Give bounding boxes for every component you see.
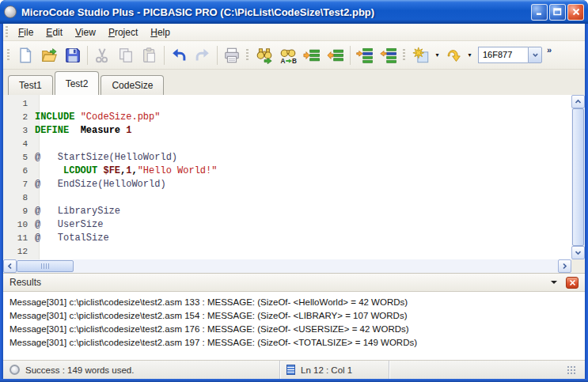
code-line[interactable]: 11@ TotalSize [3, 232, 571, 245]
code-line[interactable]: 1 [3, 97, 571, 111]
code-line[interactable]: 10@ UserSize [3, 218, 571, 232]
status-text: Success : 149 words used. [25, 365, 134, 375]
resize-grip[interactable] [566, 365, 576, 375]
cut-icon [93, 47, 111, 64]
code-editor[interactable]: 12INCLUDE "CodeSize.pbp"3DEFINE Measure … [3, 95, 585, 273]
open-file-icon [40, 47, 58, 64]
paste-button [138, 44, 161, 66]
find-replace-button[interactable]: AB [276, 44, 300, 66]
toolbar-grip[interactable] [246, 49, 248, 62]
line-number: 9 [3, 205, 35, 218]
minimize-button[interactable] [531, 4, 548, 21]
open-file-button[interactable] [37, 44, 61, 66]
code-line[interactable]: 5@ StartSize(HelloWorld) [3, 151, 571, 165]
previous-bookmark-button[interactable] [377, 44, 400, 66]
results-menu-button[interactable] [548, 281, 560, 284]
line-number: 10 [3, 218, 35, 232]
cursor-position-text: Ln 12 : Col 1 [301, 365, 352, 375]
code-line[interactable]: 2INCLUDE "CodeSize.pbp" [3, 111, 571, 124]
outdent-button[interactable] [324, 44, 347, 66]
toolbar-grip[interactable] [7, 49, 9, 62]
svg-text:B: B [292, 58, 297, 64]
cut-button [90, 44, 114, 66]
save-file-button[interactable] [61, 44, 85, 66]
compile-dropdown-arrow-icon[interactable]: ▾ [433, 51, 442, 59]
tab-test2[interactable]: Test2 [55, 71, 100, 95]
scroll-up-button[interactable] [571, 95, 585, 108]
tab-test1[interactable]: Test1 [8, 75, 53, 95]
new-file-button[interactable] [13, 44, 37, 66]
code-lines[interactable]: 12INCLUDE "CodeSize.pbp"3DEFINE Measure … [3, 97, 571, 259]
menu-item-edit[interactable]: Edit [40, 25, 69, 40]
code-text: @ UserSize [35, 218, 103, 232]
line-number: 1 [3, 97, 35, 111]
code-line[interactable]: 4 [3, 138, 571, 151]
tab-strip: Test1Test2CodeSize [8, 71, 165, 95]
tab-bar: Test1Test2CodeSize [3, 70, 585, 95]
next-bookmark-button[interactable] [353, 44, 377, 66]
line-number: 7 [3, 178, 35, 191]
code-line[interactable]: 3DEFINE Measure 1 [3, 124, 571, 138]
code-line[interactable]: 9@ LibrarySize [3, 205, 571, 218]
device-selector-dropdown-button[interactable] [528, 47, 542, 63]
toolbar-separator [350, 46, 351, 65]
title-bar[interactable]: MicroCode Studio Plus - PICBASIC PRO (C:… [0, 0, 588, 24]
horizontal-scroll-thumb[interactable] [17, 260, 74, 272]
scroll-left-button[interactable] [3, 259, 17, 273]
menu-item-view[interactable]: View [69, 25, 102, 40]
vertical-scrollbar[interactable] [571, 95, 585, 259]
status-success-icon [9, 365, 20, 375]
toolbar-overflow-chevron[interactable]: » [547, 45, 551, 55]
app-icon[interactable] [4, 6, 17, 18]
code-text: LCDOUT $FE,1,"Hello World!" [35, 165, 217, 178]
tab-codesize[interactable]: CodeSize [101, 75, 164, 95]
line-number: 4 [3, 138, 35, 151]
compile-program-dropdown-arrow-icon[interactable]: ▾ [465, 51, 474, 59]
app-window: MicroCode Studio Plus - PICBASIC PRO (C:… [0, 0, 588, 382]
vertical-scroll-thumb[interactable] [572, 108, 584, 246]
close-icon [572, 8, 580, 16]
copy-button [114, 44, 138, 66]
dropdown-arrow-icon [551, 281, 557, 284]
device-selector-value[interactable]: 16F877 [478, 47, 528, 63]
horizontal-scrollbar[interactable] [3, 259, 571, 273]
next-bookmark-icon [356, 47, 374, 64]
find-button[interactable] [252, 44, 276, 66]
status-panel-position: Ln 12 : Col 1 [280, 361, 389, 379]
result-message[interactable]: Message[301] c:\piclist\codesize\test2.a… [3, 296, 585, 309]
print-button[interactable] [220, 44, 244, 66]
code-line[interactable]: 6 LCDOUT $FE,1,"Hello World!" [3, 165, 571, 178]
toolbar-separator [217, 46, 218, 65]
maximize-button[interactable] [549, 4, 566, 21]
code-line[interactable]: 12 [3, 245, 571, 259]
window-border-bottom [0, 379, 588, 382]
code-line[interactable]: 7@ EndSize(HelloWorld) [3, 178, 571, 191]
device-selector[interactable]: 16F877 [478, 47, 542, 63]
status-panel-spacer [389, 361, 585, 379]
menu-grip[interactable] [6, 26, 8, 39]
find-replace-icon: AB [279, 47, 297, 64]
code-line[interactable]: 8 [3, 191, 571, 205]
scroll-down-button[interactable] [571, 246, 585, 259]
previous-bookmark-icon [380, 47, 397, 64]
results-close-button[interactable] [566, 277, 579, 289]
result-message[interactable]: Message[301] c:\piclist\codesize\test2.a… [3, 309, 585, 323]
undo-icon [170, 47, 188, 64]
result-message[interactable]: Message[301] c:\piclist\codesize\test2.a… [3, 323, 585, 336]
menu-item-file[interactable]: File [12, 25, 40, 40]
result-message[interactable]: Message[301] c:\piclist\codesize\test2.a… [3, 336, 585, 350]
indent-button[interactable] [300, 44, 324, 66]
indent-icon [303, 47, 321, 64]
results-header: Results [3, 274, 585, 292]
compile-button[interactable] [409, 44, 433, 66]
scroll-right-button[interactable] [558, 259, 571, 273]
close-button[interactable] [567, 4, 584, 21]
undo-button[interactable] [167, 44, 191, 66]
svg-text:A: A [280, 58, 285, 64]
toolbar-grip[interactable] [403, 49, 405, 62]
code-text: INCLUDE "CodeSize.pbp" [35, 111, 160, 124]
compile-program-button[interactable] [442, 44, 465, 66]
menu-item-help[interactable]: Help [144, 25, 176, 40]
code-text: @ LibrarySize [35, 205, 120, 218]
menu-item-project[interactable]: Project [102, 25, 144, 40]
